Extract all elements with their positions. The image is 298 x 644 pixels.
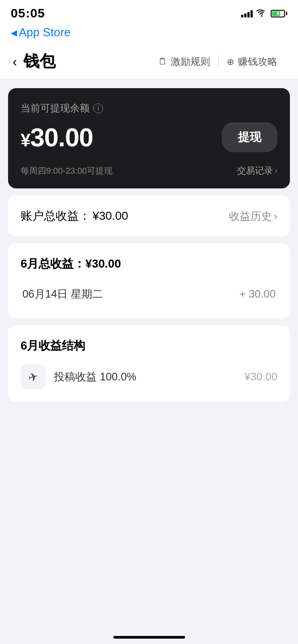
- incentive-icon: 🗒: [158, 56, 167, 67]
- monthly-earnings-card: 6月总收益：¥30.00 06月14日 星期二 + 30.00: [8, 243, 290, 318]
- send-icon: ✈: [26, 369, 39, 385]
- header-right: 🗒 激励规则 ⊕ 赚钱攻略: [150, 55, 285, 68]
- day-amount: + 30.00: [239, 288, 276, 300]
- total-earnings-value: ¥30.00: [92, 209, 128, 222]
- balance-amount-container: ¥30.00: [21, 122, 93, 152]
- structure-amount: ¥30.00: [245, 371, 277, 383]
- structure-row: ✈ 投稿收益 100.0% ¥30.00: [21, 364, 277, 389]
- earn-icon: ⊕: [227, 56, 234, 67]
- battery-icon: [271, 10, 287, 17]
- page-header: ‹ 钱包 🗒 激励规则 ⊕ 赚钱攻略: [0, 44, 298, 79]
- info-icon[interactable]: i: [93, 103, 103, 113]
- earn-label: 赚钱攻略: [238, 55, 277, 68]
- earnings-structure-card: 6月收益结构 ✈ 投稿收益 100.0% ¥30.00: [8, 325, 290, 402]
- structure-title: 6月收益结构: [21, 338, 277, 354]
- withdraw-schedule: 每周四9:00-23:00可提现: [21, 165, 112, 177]
- balance-label: 当前可提现余额: [21, 102, 90, 115]
- transaction-chevron: ›: [275, 166, 277, 175]
- total-earnings-label: 账户总收益：: [21, 209, 91, 222]
- table-row: 06月14日 星期二 + 30.00: [21, 282, 277, 306]
- day-label: 06月14日 星期二: [22, 287, 103, 301]
- status-time: 05:05: [11, 6, 45, 21]
- appstore-label: App Store: [19, 26, 71, 39]
- total-earnings-card: 账户总收益： ¥30.00 收益历史 ›: [8, 196, 290, 236]
- appstore-bar: ◂ App Store: [0, 23, 298, 44]
- header-left: ‹ 钱包: [13, 51, 56, 73]
- transaction-label: 交易记录: [237, 165, 273, 177]
- home-indicator: [113, 636, 185, 639]
- balance-card: 当前可提现余额 i ¥30.00 提现 每周四9:00-23:00可提现 交易记…: [8, 88, 290, 188]
- status-icons: [241, 9, 287, 17]
- status-bar: 05:05: [0, 0, 298, 23]
- appstore-link[interactable]: ◂ App Store: [11, 25, 287, 40]
- svg-point-0: [261, 16, 263, 17]
- page-title: 钱包: [23, 51, 56, 73]
- structure-name: 投稿收益 100.0%: [54, 370, 136, 384]
- incentive-label: 激励规则: [171, 55, 210, 68]
- monthly-value: ¥30.00: [85, 257, 121, 270]
- monthly-title: 6月总收益：¥30.00: [21, 256, 277, 272]
- signal-icon: [241, 9, 253, 17]
- history-chevron: ›: [274, 210, 277, 222]
- monthly-entries: 06月14日 星期二 + 30.00: [21, 282, 277, 306]
- wifi-icon: [256, 9, 267, 17]
- structure-icon-box: ✈: [21, 364, 46, 389]
- main-content: 当前可提现余额 i ¥30.00 提现 每周四9:00-23:00可提现 交易记…: [0, 79, 298, 411]
- earnings-history-link[interactable]: 收益历史 ›: [229, 209, 277, 223]
- earn-guide-button[interactable]: ⊕ 赚钱攻略: [219, 55, 285, 68]
- appstore-chevron: ◂: [11, 25, 17, 40]
- total-earnings-left: 账户总收益： ¥30.00: [21, 208, 128, 224]
- back-button[interactable]: ‹: [13, 55, 17, 68]
- withdraw-button[interactable]: 提现: [222, 122, 277, 152]
- currency-symbol: ¥: [21, 130, 30, 150]
- balance-amount: ¥30.00: [21, 123, 93, 152]
- transaction-link[interactable]: 交易记录 ›: [237, 165, 277, 177]
- history-label: 收益历史: [229, 209, 272, 223]
- incentive-rules-button[interactable]: 🗒 激励规则: [150, 55, 218, 68]
